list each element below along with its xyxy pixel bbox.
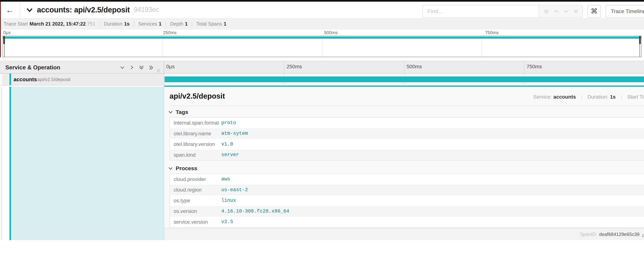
span-detail-body: api/v2.5/deposit Service:accounts | Dura… [0, 87, 644, 240]
span-detail-title: api/v2.5/deposit [170, 92, 225, 100]
minimap-gridline [322, 36, 322, 57]
collapse-all-double-chevron-down-icon[interactable] [138, 64, 144, 70]
table-row: otel.library.nameatm-sytem [170, 128, 644, 139]
span-service-name: accounts [14, 76, 37, 83]
table-row: cloud.provideraws [170, 174, 644, 185]
expand-one-chevron-right-icon[interactable] [129, 64, 135, 70]
jaeger-trace-page: ← accounts: api/v2.5/deposit 94193ec ⌘ [0, 0, 644, 256]
link-icon[interactable] [642, 231, 644, 237]
command-icon: ⌘ [591, 7, 598, 16]
locate-icon[interactable] [544, 9, 549, 14]
find-group [422, 5, 583, 18]
process-value: linux [221, 198, 236, 204]
span-timeline-cell [164, 74, 644, 85]
process-key: service.version [170, 219, 221, 225]
timeline-tick: 500ms [404, 61, 422, 73]
minimap-gridline [482, 36, 482, 57]
process-table: cloud.provideraws cloud.regionus-east-2 … [170, 173, 644, 228]
timeline-tick: 0μs [164, 61, 175, 73]
trace-summary-bar: Trace Start March 21 2022, 15:47:22.751 … [0, 18, 644, 30]
minimap-span-bar [3, 37, 641, 39]
find-suffix-controls [538, 5, 582, 17]
span-id-value: deaf684129e65c39 [599, 232, 640, 237]
span-detail-meta: Service:accounts | Duration:1s | Start T… [533, 94, 644, 100]
tags-table: internal.span.formatproto otel.library.n… [170, 117, 644, 161]
title-divider [170, 106, 644, 106]
tag-key: internal.span.format [170, 120, 221, 126]
divider: | [621, 94, 622, 100]
process-section-header[interactable]: Process [168, 165, 644, 171]
table-row: os.typelinux [170, 195, 644, 206]
service-meta-label: Service: [533, 94, 552, 100]
table-row: service.versionv2.5 [170, 216, 644, 227]
minimap-right-scrubber-handle[interactable] [639, 36, 641, 44]
trace-minimap[interactable] [2, 36, 642, 57]
duration-meta-label: Duration: [588, 94, 608, 100]
next-match-chevron-down-icon[interactable] [564, 10, 569, 13]
span-operation-name: api/v2.5/deposit [38, 77, 70, 82]
process-key: os.type [170, 198, 221, 204]
trace-start-value: March 21 2022, 15:47:22 [30, 21, 86, 27]
minimap-tick-labels: 0μs 250ms 500ms 750ms [0, 30, 644, 36]
column-resize-grip[interactable] [158, 69, 160, 72]
total-spans-label: Total Spans [196, 21, 222, 27]
span-row: accounts api/v2.5/deposit [0, 74, 644, 85]
services-label: Services [138, 21, 157, 27]
table-row: otel.library.versionv1.0 [170, 139, 644, 150]
tag-value: server [221, 152, 239, 158]
tag-key: otel.library.version [170, 141, 221, 147]
minimap-gridline [162, 36, 163, 57]
collapse-trace-chevron-down-icon[interactable] [26, 8, 33, 12]
selected-span-left-column [0, 87, 164, 240]
process-section: Process cloud.provideraws cloud.regionus… [170, 165, 644, 228]
collapse-one-chevron-down-icon[interactable] [120, 64, 125, 70]
prev-match-chevron-up-icon[interactable] [554, 10, 559, 13]
process-key: cloud.region [170, 187, 221, 193]
span-duration-bar[interactable] [165, 77, 644, 82]
span-detail-panel: api/v2.5/deposit Service:accounts | Dura… [164, 87, 644, 240]
trace-title-wrap: accounts: api/v2.5/deposit 94193ec [20, 5, 159, 15]
keyboard-shortcuts-button[interactable]: ⌘ [588, 5, 601, 18]
span-name-cell[interactable]: accounts api/v2.5/deposit [0, 74, 164, 85]
table-row: span.kindserver [170, 150, 644, 160]
services-value: 1 [159, 21, 162, 27]
timeline-tick: 750ms [524, 61, 542, 73]
tag-value: v1.0 [221, 141, 233, 147]
span-detail-accent-underline [164, 85, 644, 87]
process-key: os.version [170, 208, 221, 214]
start-time-meta-label: Start Time: [627, 94, 644, 100]
timeline-ticks-header: 0μs 250ms 500ms 750ms [164, 61, 644, 73]
span-detail-footer: SpanID: deaf684129e65c39 [164, 228, 644, 240]
tags-section-title: Tags [176, 109, 188, 115]
duration-meta-value: 1s [610, 94, 616, 100]
back-button[interactable]: ← [0, 2, 20, 18]
process-section-title: Process [176, 165, 197, 171]
chevron-down-icon [168, 108, 173, 116]
total-spans-value: 1 [224, 21, 226, 27]
trace-id-short: 94193ec [134, 6, 159, 14]
selected-row-highlight [11, 87, 164, 240]
view-selector-button[interactable]: Trace Timeline [606, 5, 644, 18]
top-nav-edge [0, 0, 644, 2]
service-operation-header: Service & Operation [0, 61, 164, 73]
trace-start-ms: .751 [86, 21, 95, 27]
tag-value: proto [221, 120, 236, 126]
tag-key: otel.library.name [170, 131, 221, 137]
find-input[interactable] [423, 5, 538, 17]
minimap-tick: 750ms [485, 30, 498, 35]
depth-label: Depth [170, 21, 183, 27]
depth-value: 1 [185, 21, 188, 27]
minimap-left-scrubber-handle[interactable] [3, 36, 5, 44]
chevron-down-icon [168, 164, 173, 172]
clear-search-icon[interactable] [574, 9, 578, 14]
process-value: us-east-2 [221, 187, 248, 193]
span-color-accent [9, 74, 11, 85]
divider: | [581, 94, 582, 100]
process-key: cloud.provider [170, 176, 221, 182]
divider [99, 21, 100, 27]
divider [192, 21, 192, 27]
timeline-section: Service & Operation 0μs 250ms 500ms 750m… [0, 61, 644, 239]
collapse-controls [120, 61, 154, 73]
tags-section-header[interactable]: Tags [168, 108, 644, 115]
expand-all-double-chevron-right-icon[interactable] [148, 64, 154, 70]
